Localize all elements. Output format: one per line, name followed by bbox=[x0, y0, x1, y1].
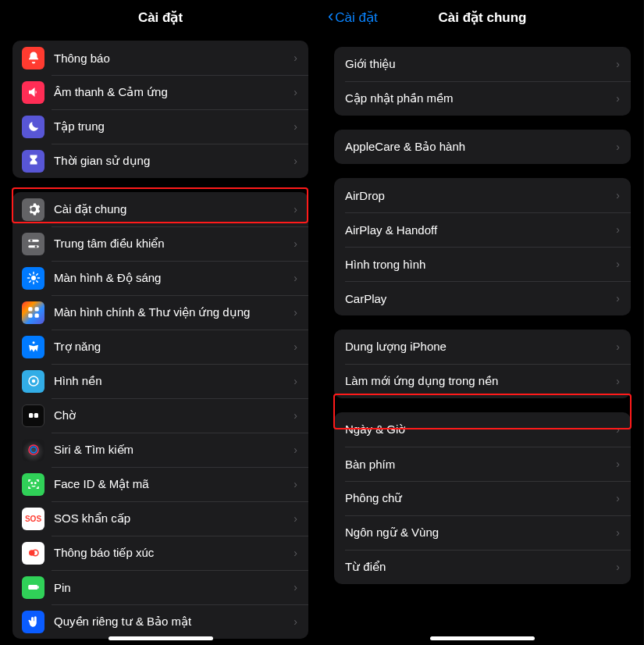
left-content: Thông báo › Âm thanh & Cảm ứng › Tập tru… bbox=[0, 41, 321, 645]
standby-icon bbox=[22, 404, 44, 427]
row-label: CarPlay bbox=[345, 292, 611, 305]
general-screen: ‹ Cài đặt Cài đặt chung Giới thiệu › Cập… bbox=[322, 0, 643, 645]
exposure-icon bbox=[22, 542, 44, 565]
chevron-right-icon: › bbox=[616, 526, 620, 539]
row-man-hinh-chinh[interactable]: Màn hình chính & Thư viện ứng dụng › bbox=[12, 295, 308, 330]
svg-rect-13 bbox=[34, 413, 37, 418]
chevron-right-icon: › bbox=[616, 258, 620, 270]
row-label: SOS khẩn cấp bbox=[54, 511, 289, 526]
chevron-right-icon: › bbox=[616, 189, 620, 201]
moon-icon bbox=[22, 116, 44, 138]
row-ngon-ngu[interactable]: Ngôn ngữ & Vùng › bbox=[334, 515, 631, 550]
row-label: Thông báo tiếp xúc bbox=[54, 546, 289, 560]
row-label: Chờ bbox=[54, 408, 289, 422]
row-label: Pin bbox=[54, 581, 289, 594]
row-tap-trung[interactable]: Tập trung › bbox=[12, 109, 308, 144]
privacy-icon bbox=[22, 611, 44, 633]
chevron-right-icon: › bbox=[616, 141, 620, 153]
row-label: Màn hình chính & Thư viện ứng dụng bbox=[54, 305, 289, 319]
svg-point-15 bbox=[30, 447, 37, 453]
row-cap-nhat[interactable]: Cập nhật phần mềm › bbox=[334, 81, 631, 116]
row-applecare[interactable]: AppleCare & Bảo hành › bbox=[334, 130, 631, 164]
row-label: Âm thanh & Cảm ứng bbox=[54, 85, 289, 99]
left-title: Cài đặt bbox=[138, 9, 183, 26]
chevron-right-icon: › bbox=[616, 92, 620, 105]
svg-point-9 bbox=[32, 341, 34, 344]
row-am-thanh[interactable]: Âm thanh & Cảm ứng › bbox=[12, 75, 308, 109]
row-label: Tập trung bbox=[54, 119, 289, 134]
row-tro-nang[interactable]: Trợ năng › bbox=[12, 330, 308, 364]
switches-icon bbox=[22, 233, 44, 255]
row-label: Face ID & Mật mã bbox=[54, 477, 289, 491]
chevron-right-icon: › bbox=[616, 458, 620, 470]
svg-point-11 bbox=[31, 380, 35, 383]
svg-rect-0 bbox=[28, 240, 39, 242]
svg-rect-12 bbox=[29, 413, 33, 418]
siri-icon bbox=[22, 439, 44, 461]
battery-icon bbox=[22, 576, 44, 599]
row-label: Màn hình & Độ sáng bbox=[54, 271, 289, 285]
row-carplay[interactable]: CarPlay › bbox=[334, 281, 631, 315]
chevron-right-icon: › bbox=[294, 409, 297, 422]
row-label: Cập nhật phần mềm bbox=[345, 91, 611, 105]
apps-icon bbox=[22, 301, 44, 324]
row-label: AppleCare & Bảo hành bbox=[345, 140, 611, 154]
chevron-right-icon: › bbox=[294, 272, 297, 284]
row-label: Hình nền bbox=[54, 374, 289, 388]
right-section-4: Ngày & Giờ › Bàn phím › Phông chữ › Ngôn… bbox=[334, 412, 631, 584]
faceid-icon bbox=[22, 473, 44, 496]
right-section-2: AirDrop › AirPlay & Handoff › Hình trong… bbox=[334, 178, 631, 315]
row-phong-chu[interactable]: Phông chữ › bbox=[334, 481, 631, 515]
brightness-icon bbox=[22, 267, 44, 290]
row-dung-luong[interactable]: Dung lượng iPhone › bbox=[334, 330, 631, 364]
row-ngay-gio[interactable]: Ngày & Giờ › bbox=[334, 412, 631, 447]
notification-icon bbox=[22, 47, 44, 69]
row-airplay[interactable]: AirPlay & Handoff › bbox=[334, 212, 631, 247]
row-cho[interactable]: Chờ › bbox=[12, 398, 308, 433]
row-airdrop[interactable]: AirDrop › bbox=[334, 178, 631, 212]
row-siri[interactable]: Siri & Tìm kiếm › bbox=[12, 433, 308, 467]
row-label: Cài đặt chung bbox=[54, 202, 289, 216]
home-indicator[interactable] bbox=[109, 636, 213, 640]
row-trung-tam[interactable]: Trung tâm điều khiển › bbox=[12, 226, 308, 261]
row-label: Siri & Tìm kiếm bbox=[54, 443, 289, 457]
row-faceid[interactable]: Face ID & Mật mã › bbox=[12, 467, 308, 501]
svg-rect-20 bbox=[28, 585, 37, 590]
svg-rect-1 bbox=[28, 245, 39, 248]
row-label: Bàn phím bbox=[345, 458, 611, 471]
row-gioi-thieu[interactable]: Giới thiệu › bbox=[334, 47, 631, 81]
home-indicator[interactable] bbox=[430, 636, 535, 640]
row-sos[interactable]: SOS SOS khẩn cấp › bbox=[12, 501, 308, 536]
row-thoi-gian[interactable]: Thời gian sử dụng › bbox=[12, 144, 308, 178]
chevron-right-icon: › bbox=[616, 423, 620, 436]
right-titlebar: ‹ Cài đặt Cài đặt chung bbox=[322, 0, 643, 34]
back-label: Cài đặt bbox=[335, 9, 377, 26]
row-lam-moi[interactable]: Làm mới ứng dụng trong nền › bbox=[334, 364, 631, 398]
row-thong-bao[interactable]: Thông báo › bbox=[12, 41, 308, 75]
chevron-right-icon: › bbox=[294, 375, 297, 387]
wallpaper-icon bbox=[22, 370, 44, 393]
chevron-right-icon: › bbox=[616, 492, 620, 504]
chevron-right-icon: › bbox=[294, 203, 297, 216]
row-label: Phông chữ bbox=[345, 491, 611, 505]
row-cai-dat-chung[interactable]: Cài đặt chung › bbox=[12, 192, 308, 226]
back-button[interactable]: ‹ Cài đặt bbox=[328, 0, 378, 34]
chevron-right-icon: › bbox=[616, 561, 620, 573]
chevron-right-icon: › bbox=[294, 237, 297, 250]
row-quyen-rieng-tu[interactable]: Quyền riêng tư & Bảo mật › bbox=[12, 604, 308, 639]
hourglass-icon bbox=[22, 150, 44, 173]
row-tu-dien[interactable]: Từ điển › bbox=[334, 550, 631, 584]
svg-point-4 bbox=[31, 276, 36, 280]
row-man-hinh-sang[interactable]: Màn hình & Độ sáng › bbox=[12, 261, 308, 295]
row-label: Trợ năng bbox=[54, 340, 289, 354]
row-pin[interactable]: Pin › bbox=[12, 570, 308, 604]
chevron-right-icon: › bbox=[294, 52, 297, 64]
chevron-right-icon: › bbox=[616, 375, 620, 387]
chevron-right-icon: › bbox=[294, 444, 297, 456]
row-hinh-nen[interactable]: Hình nền › bbox=[12, 364, 308, 398]
row-tiep-xuc[interactable]: Thông báo tiếp xúc › bbox=[12, 536, 308, 570]
chevron-right-icon: › bbox=[616, 223, 620, 236]
svg-rect-5 bbox=[28, 307, 32, 311]
row-ban-phim[interactable]: Bàn phím › bbox=[334, 447, 631, 481]
row-pip[interactable]: Hình trong hình › bbox=[334, 247, 631, 281]
